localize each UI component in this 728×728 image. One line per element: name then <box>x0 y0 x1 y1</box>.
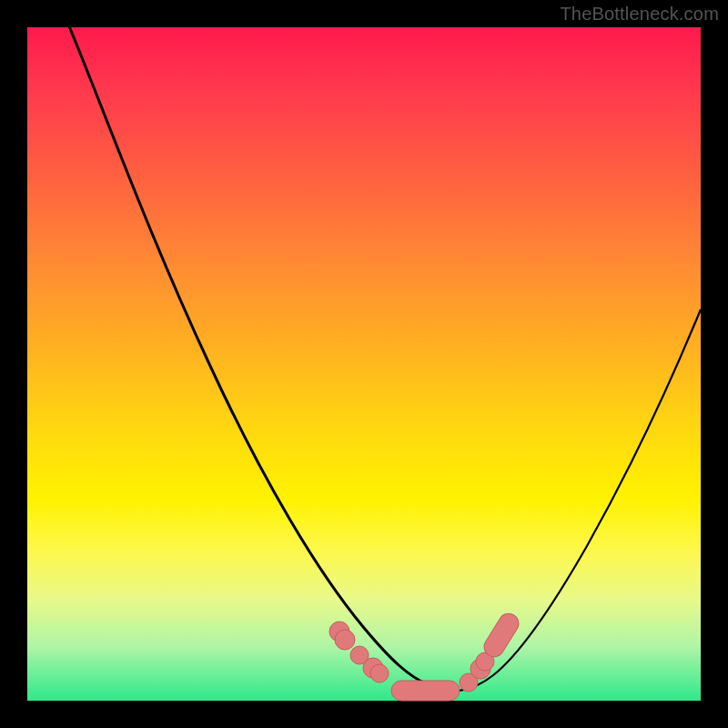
chart-plot-area <box>27 27 701 701</box>
marker-left-1b <box>335 630 355 650</box>
watermark-text: TheBottleneck.com <box>560 4 719 25</box>
outer-frame: TheBottleneck.com <box>0 0 728 728</box>
marker-left-3b <box>370 664 389 682</box>
chart-svg <box>27 27 701 701</box>
marker-trough-pill <box>391 681 460 701</box>
marker-group <box>329 610 522 701</box>
left-curve <box>67 22 457 691</box>
